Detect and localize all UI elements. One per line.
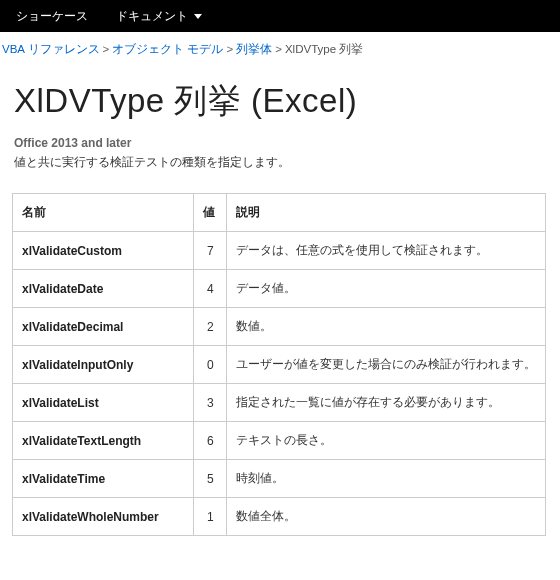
breadcrumb-separator: >: [275, 43, 282, 55]
nav-item[interactable]: ショーケース: [16, 8, 88, 25]
table-header-row: 名前 値 説明: [13, 194, 546, 232]
table-row: xlValidateCustom7データは、任意の式を使用して検証されます。: [13, 232, 546, 270]
breadcrumb-separator: >: [103, 43, 110, 55]
enum-desc: 時刻値。: [227, 460, 546, 498]
col-value: 値: [194, 194, 227, 232]
enum-name: xlValidateDecimal: [13, 308, 194, 346]
page-subhead: Office 2013 and later: [14, 136, 548, 150]
enum-name: xlValidateWholeNumber: [13, 498, 194, 536]
table-row: xlValidateWholeNumber1数値全体。: [13, 498, 546, 536]
table-row: xlValidateList3指定された一覧に値が存在する必要があります。: [13, 384, 546, 422]
top-nav: ショーケースドキュメント: [0, 0, 560, 32]
enum-name: xlValidateList: [13, 384, 194, 422]
enum-value: 5: [194, 460, 227, 498]
enum-desc: 数値。: [227, 308, 546, 346]
breadcrumb-separator: >: [227, 43, 234, 55]
table-row: xlValidateDate4データ値。: [13, 270, 546, 308]
enum-name: xlValidateInputOnly: [13, 346, 194, 384]
breadcrumb-link[interactable]: VBA リファレンス: [2, 43, 100, 55]
breadcrumb-link[interactable]: オブジェクト モデル: [112, 43, 223, 55]
enum-value: 6: [194, 422, 227, 460]
table-row: xlValidateInputOnly0ユーザーが値を変更した場合にのみ検証が行…: [13, 346, 546, 384]
enum-table: 名前 値 説明 xlValidateCustom7データは、任意の式を使用して検…: [12, 193, 546, 536]
content: XlDVType 列挙 (Excel) Office 2013 and late…: [0, 63, 560, 536]
enum-value: 1: [194, 498, 227, 536]
breadcrumb: VBA リファレンス>オブジェクト モデル>列挙体>XlDVType 列挙: [0, 32, 560, 63]
enum-value: 2: [194, 308, 227, 346]
enum-name: xlValidateDate: [13, 270, 194, 308]
chevron-down-icon: [194, 14, 202, 19]
enum-value: 4: [194, 270, 227, 308]
enum-name: xlValidateCustom: [13, 232, 194, 270]
page-description: 値と共に実行する検証テストの種類を指定します。: [14, 154, 548, 171]
enum-name: xlValidateTime: [13, 460, 194, 498]
breadcrumb-link[interactable]: 列挙体: [236, 43, 272, 55]
col-desc: 説明: [227, 194, 546, 232]
nav-item-label: ショーケース: [16, 8, 88, 25]
enum-value: 0: [194, 346, 227, 384]
table-row: xlValidateDecimal2数値。: [13, 308, 546, 346]
enum-value: 7: [194, 232, 227, 270]
page-title: XlDVType 列挙 (Excel): [14, 79, 548, 124]
enum-desc: ユーザーが値を変更した場合にのみ検証が行われます。: [227, 346, 546, 384]
breadcrumb-current: XlDVType 列挙: [285, 43, 363, 55]
enum-name: xlValidateTextLength: [13, 422, 194, 460]
col-name: 名前: [13, 194, 194, 232]
table-row: xlValidateTime5時刻値。: [13, 460, 546, 498]
enum-value: 3: [194, 384, 227, 422]
enum-desc: テキストの長さ。: [227, 422, 546, 460]
enum-desc: 指定された一覧に値が存在する必要があります。: [227, 384, 546, 422]
enum-desc: データ値。: [227, 270, 546, 308]
nav-item[interactable]: ドキュメント: [116, 8, 202, 25]
table-row: xlValidateTextLength6テキストの長さ。: [13, 422, 546, 460]
enum-desc: 数値全体。: [227, 498, 546, 536]
enum-desc: データは、任意の式を使用して検証されます。: [227, 232, 546, 270]
nav-item-label: ドキュメント: [116, 8, 188, 25]
